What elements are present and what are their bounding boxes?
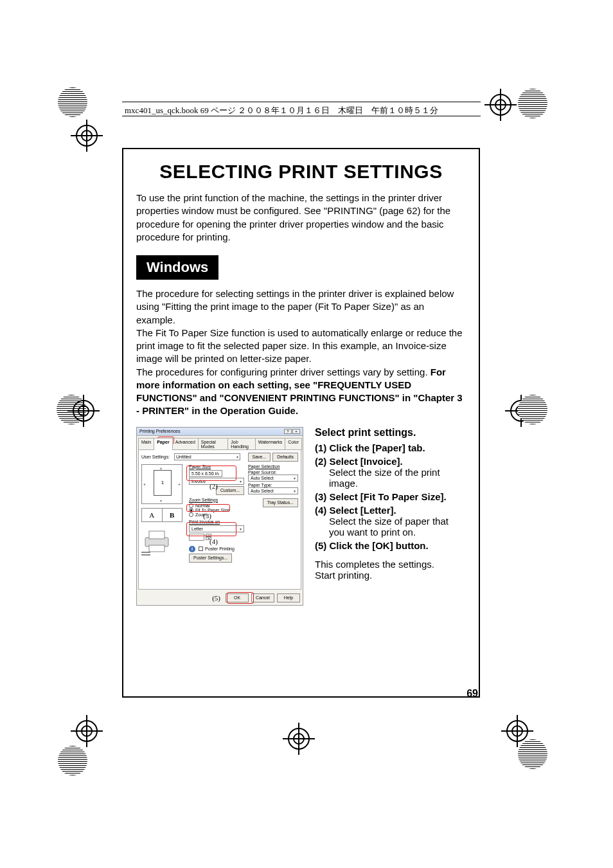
zoom-fit-radio[interactable]: Fit To Paper Size <box>189 508 244 512</box>
dialog-titlebar: Printing Preferences ?× <box>137 428 303 436</box>
reg-hatched-circle <box>518 395 547 424</box>
body-paragraph: The procedure for selecting settings in … <box>136 287 466 327</box>
reg-hatched-circle <box>518 89 547 118</box>
callout-label-5: (5) <box>212 594 220 602</box>
user-settings-select[interactable]: Untitled▾ <box>174 453 240 460</box>
reg-hatched-circle <box>58 746 87 775</box>
print-on-label: Print Invoice on <box>189 520 244 524</box>
callout-label-2: (2) <box>209 482 218 490</box>
dialog-title: Printing Preferences <box>139 429 180 433</box>
intro-paragraph: To use the print function of the machine… <box>136 192 466 244</box>
help-icon[interactable]: ? <box>284 429 292 434</box>
tray-status-button[interactable]: Tray Status... <box>263 498 298 507</box>
paper-size-label: Paper Size <box>189 464 244 469</box>
zoom-settings-label: Zoom Settings <box>189 498 244 502</box>
reg-mark <box>71 120 103 152</box>
ab-a: A <box>142 509 163 521</box>
callout-label-3: (3) <box>203 512 211 520</box>
preview-page: 1 <box>154 470 172 496</box>
paper-type-select[interactable]: Auto Select▾ <box>248 487 298 494</box>
tab-paper[interactable]: Paper <box>154 438 172 450</box>
section-heading-windows: Windows <box>136 255 218 280</box>
tab-special-modes[interactable]: Special Modes <box>198 438 229 450</box>
steps-after-2: Start printing. <box>315 570 466 581</box>
paper-source-select[interactable]: Auto Select▾ <box>248 475 298 482</box>
svg-rect-3 <box>141 552 150 553</box>
user-settings-label: User Settings: <box>141 455 172 459</box>
ab-b: B <box>163 509 182 521</box>
content-frame: SELECTING PRINT SETTINGS To use the prin… <box>122 148 480 698</box>
poster-settings-button[interactable]: Poster Settings... <box>189 554 232 563</box>
tab-color[interactable]: Color <box>285 438 302 450</box>
preview-box: ▴ ▾ ◂ ▸ 1 <box>141 464 182 504</box>
reg-mark <box>71 715 103 747</box>
reg-mark <box>67 395 100 427</box>
body-text: The procedures for configuring printer d… <box>136 366 431 377</box>
dialog-tabs: Main Paper Advanced Special Modes Job Ha… <box>137 436 303 449</box>
header-text: mxc401_us_qck.book 69 ページ ２００８年１０月１６日 木曜… <box>125 105 438 116</box>
reg-mark <box>283 723 315 755</box>
body-paragraph: The Fit To Paper Size function is used t… <box>136 327 466 366</box>
steps-heading: Select print settings. <box>315 427 466 439</box>
print-on-select[interactable]: Letter▾ <box>189 525 244 532</box>
scale-box[interactable] <box>189 534 204 541</box>
poster-printing-checkbox[interactable]: i Poster Printing <box>189 546 244 552</box>
svg-rect-4 <box>141 554 150 556</box>
cancel-button[interactable]: Cancel <box>251 593 274 602</box>
step-2-sub: Select the size of the print image. <box>329 467 466 489</box>
custom-size-button[interactable]: Custom... <box>216 486 244 495</box>
steps-after-1: This completes the settings. <box>315 559 466 570</box>
step-3: (3) Select [Fit To Paper Size]. <box>315 491 447 502</box>
reg-hatched-circle <box>58 87 87 117</box>
printer-icon <box>141 526 185 560</box>
steps-column: Select print settings. (1) Click the [Pa… <box>315 427 466 606</box>
step-1: (1) Click the [Paper] tab. <box>315 442 425 453</box>
zoom-normal-radio[interactable]: Normal <box>189 503 244 508</box>
help-button[interactable]: Help <box>277 593 300 602</box>
ab-box: A B <box>141 508 182 522</box>
header-rule <box>122 102 481 102</box>
body-paragraph: The procedures for configuring printer d… <box>136 366 466 418</box>
reg-mark <box>484 89 517 121</box>
tab-watermarks[interactable]: Watermarks <box>255 438 285 450</box>
callout-label-4: (4) <box>209 538 218 545</box>
paper-selection-label: Paper Selection <box>248 464 298 469</box>
info-icon: i <box>189 546 195 552</box>
zoom-zoom-radio[interactable]: Zoom <box>189 512 244 517</box>
header-rule <box>122 116 481 116</box>
tab-panel-paper: User Settings: Untitled▾ Save... Default… <box>138 449 301 590</box>
reg-hatched-circle <box>518 739 547 769</box>
tab-main[interactable]: Main <box>138 438 154 450</box>
step-5: (5) Click the [OK] button. <box>315 540 429 551</box>
step-4-sub: Select the size of paper that you want t… <box>329 516 466 538</box>
svg-rect-2 <box>149 545 164 552</box>
ok-button[interactable]: OK <box>226 593 249 602</box>
dialog-footer: (5) OK Cancel Help <box>137 591 303 605</box>
paper-source-label: Paper Source: <box>248 470 298 475</box>
tab-job-handling[interactable]: Job Handling <box>227 438 255 450</box>
close-icon[interactable]: × <box>292 429 300 434</box>
page-title: SELECTING PRINT SETTINGS <box>136 161 466 183</box>
step-2: (2) Select [Invoice]. <box>315 456 403 467</box>
page-number: 69 <box>466 688 478 700</box>
window-buttons: ?× <box>283 429 300 434</box>
defaults-button[interactable]: Defaults <box>272 453 298 462</box>
paper-size-dim: 5.50 x 8.50 in. <box>189 470 222 477</box>
tab-advanced[interactable]: Advanced <box>172 438 199 450</box>
paper-type-label: Paper Type: <box>248 483 298 487</box>
step-4: (4) Select [Letter]. <box>315 505 396 516</box>
printing-preferences-dialog: Printing Preferences ?× Main Paper Advan… <box>136 427 303 606</box>
svg-rect-1 <box>149 531 164 539</box>
save-button[interactable]: Save... <box>248 453 271 462</box>
